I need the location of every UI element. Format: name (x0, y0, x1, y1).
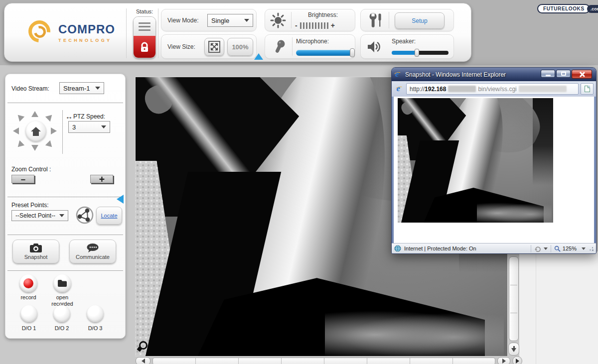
communicate-button[interactable]: Communicate (69, 240, 116, 263)
ptz-pad (9, 109, 60, 154)
resize-grip[interactable] (589, 246, 594, 251)
arrow-left-icon (142, 359, 145, 364)
view-mode-group: View Mode: Single (161, 9, 257, 31)
ie-snapshot-window[interactable]: e Snapshot - Windows Internet Explorer e… (391, 67, 597, 254)
control-sidebar: Video Stream: Stream-1 ↔ PTZ Speed: 3 Zo… (5, 74, 126, 339)
vertical-scrollbar-thumb[interactable] (509, 256, 519, 341)
chevron-down-icon (582, 247, 586, 250)
brightness-slider[interactable]: - + (294, 21, 336, 29)
internet-explorer-icon: e (394, 84, 404, 94)
ptz-home-button[interactable] (25, 121, 46, 142)
digital-output-2-label: D/O 2 (49, 325, 74, 332)
compro-logo-subtext: TECHNOLOGY (58, 38, 115, 43)
ptz-right-button[interactable] (51, 127, 57, 134)
futurelooks-logo-text: FUTURELOOKS (537, 4, 590, 13)
divider (7, 270, 123, 271)
microphone-slider[interactable] (296, 50, 354, 56)
setup-button[interactable]: Setup (395, 12, 445, 29)
horizontal-scrollbar-left-button[interactable] (136, 357, 150, 364)
view-mode-label: View Mode: (167, 17, 198, 24)
digital-output-3-button[interactable] (87, 305, 104, 322)
expand-arrows-icon (208, 41, 220, 53)
ptz-down-right-button[interactable] (45, 140, 54, 149)
speaker-label: Speaker: (392, 38, 416, 45)
ptz-left-button[interactable] (13, 127, 19, 134)
microphone-slider-handle[interactable] (350, 48, 355, 57)
communicate-button-label: Communicate (76, 254, 110, 260)
home-icon (30, 126, 41, 136)
ptz-up-right-button[interactable] (45, 113, 54, 121)
close-icon (579, 71, 585, 77)
microphone-group: Microphone: (265, 34, 355, 59)
brightness-plus[interactable]: + (331, 21, 335, 29)
zoom-in-button[interactable]: + (90, 175, 113, 183)
url-field[interactable]: http://192.168bin/view/ss.cgi (406, 83, 579, 95)
zoom-out-button[interactable]: - (11, 175, 34, 183)
ptz-up-left-button[interactable] (15, 113, 24, 121)
actual-size-button[interactable]: 100% (227, 38, 253, 56)
right-background-panel (519, 251, 598, 364)
chevron-down-icon (59, 214, 64, 217)
preset-tour-icon[interactable] (74, 205, 95, 226)
divider (7, 103, 123, 103)
ie-page-content (394, 97, 594, 243)
open-recorded-button[interactable] (53, 274, 71, 292)
status-refresh-control[interactable] (534, 245, 548, 252)
view-mode-select[interactable]: Single (207, 14, 253, 27)
group-divider (292, 37, 293, 56)
status-lock-button[interactable] (133, 16, 156, 58)
microphone-icon (271, 39, 287, 58)
ie-title-bar[interactable]: e Snapshot - Windows Internet Explorer (392, 68, 596, 81)
compro-logo: COMPRO TECHNOLOGY (28, 18, 128, 49)
locate-button-label: Locate (101, 213, 117, 219)
ptz-down-button[interactable] (31, 145, 38, 151)
speaker-icon (366, 39, 383, 57)
view-size-label: View Size: (167, 43, 195, 50)
video-stream-select[interactable]: Stream-1 (59, 82, 104, 94)
setup-group: Setup (360, 9, 454, 31)
compro-logo-text: COMPRO (58, 22, 115, 36)
ptz-speed-value: 3 (72, 123, 76, 131)
panel-collapse-left-icon[interactable] (117, 195, 124, 204)
snapshot-button[interactable]: Snapshot (12, 240, 59, 263)
vertical-scrollbar-down-button[interactable] (508, 343, 519, 356)
left-right-arrow-icon: ↔ (65, 112, 73, 121)
digital-output-2-button[interactable] (53, 305, 70, 322)
speaker-slider[interactable] (392, 51, 448, 55)
group-divider (389, 12, 389, 28)
page-zoom-control[interactable]: 125% (554, 245, 586, 252)
zoom-control-label: Zoom Control : (11, 166, 51, 173)
refresh-page-button[interactable] (581, 83, 594, 95)
horizontal-scrollbar-thumb[interactable] (152, 358, 495, 364)
minimize-icon (546, 75, 551, 76)
panel-collapse-up-icon[interactable] (254, 53, 263, 60)
arrow-right-icon (516, 359, 519, 364)
fit-screen-button[interactable] (204, 38, 224, 56)
digital-output-3-label: D/O 3 (83, 325, 108, 332)
scroll-more-button[interactable] (512, 356, 522, 364)
maximize-icon (561, 72, 566, 76)
maximize-button[interactable] (556, 70, 571, 78)
close-button[interactable] (572, 70, 592, 79)
digital-output-1-button[interactable] (20, 305, 37, 322)
ie-status-bar: Internet | Protected Mode: On 125% (392, 243, 596, 253)
horizontal-scrollbar-right-button[interactable] (497, 357, 510, 364)
actual-size-label: 100% (232, 43, 248, 51)
record-button[interactable] (19, 274, 37, 292)
ptz-speed-select[interactable]: 3 (68, 121, 110, 133)
page-icon (585, 86, 590, 92)
record-label: record (13, 294, 43, 301)
status-label: Status: (129, 8, 160, 14)
video-stream-value: Stream-1 (63, 85, 90, 92)
brightness-minus[interactable]: - (295, 21, 298, 29)
preset-points-select[interactable]: --Select Point-- (11, 210, 68, 221)
locate-button[interactable]: Locate (96, 207, 122, 225)
top-toolbar: COMPRO TECHNOLOGY Status: View Mode: Sin… (4, 3, 471, 62)
ptz-up-button[interactable] (31, 111, 38, 117)
ptz-down-left-button[interactable] (15, 140, 24, 149)
minimize-button[interactable] (541, 70, 555, 78)
snapshot-image (398, 98, 553, 223)
speech-bubble-icon (86, 243, 99, 253)
speaker-slider-handle[interactable] (415, 49, 419, 57)
futurelooks-logo-tld: .com (587, 5, 598, 13)
